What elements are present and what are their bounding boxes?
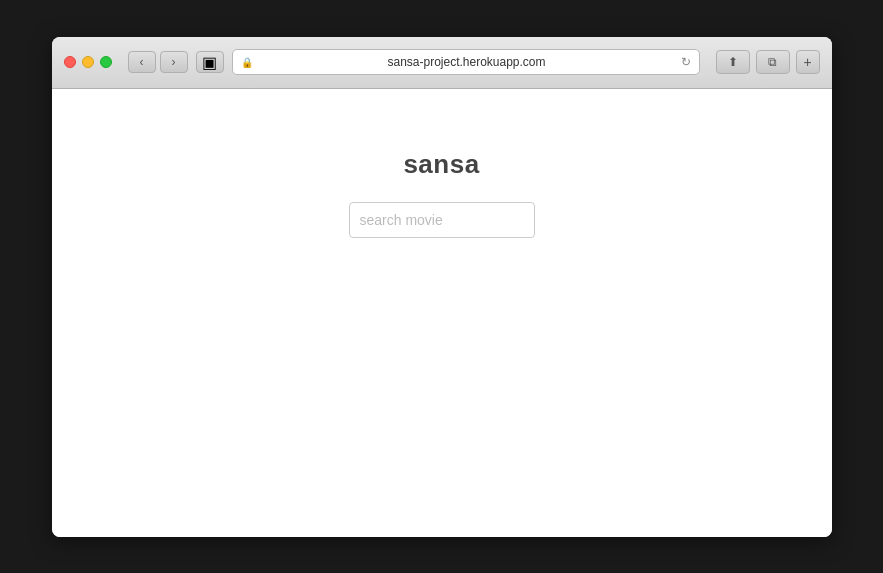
share-icon: ⬆ — [728, 55, 738, 69]
app-title: sansa — [403, 149, 479, 180]
back-button[interactable]: ‹ — [128, 51, 156, 73]
reload-button[interactable]: ↻ — [681, 55, 691, 69]
forward-button[interactable]: › — [160, 51, 188, 73]
back-icon: ‹ — [140, 55, 144, 69]
add-tab-button[interactable]: + — [796, 50, 820, 74]
sidebar-button[interactable]: ▣ — [196, 51, 224, 73]
toolbar-right: ⬆ ⧉ + — [716, 50, 820, 74]
close-button[interactable] — [64, 56, 76, 68]
share-button[interactable]: ⬆ — [716, 50, 750, 74]
address-text: sansa-project.herokuapp.com — [257, 55, 677, 69]
add-tab-icon: + — [803, 54, 811, 70]
address-bar[interactable]: 🔒 sansa-project.herokuapp.com ↻ — [232, 49, 700, 75]
nav-buttons: ‹ › — [128, 51, 188, 73]
minimize-button[interactable] — [82, 56, 94, 68]
title-bar: ‹ › ▣ 🔒 sansa-project.herokuapp.com ↻ ⬆ … — [52, 37, 832, 89]
tabs-icon: ⧉ — [768, 55, 777, 69]
page-content: sansa — [52, 89, 832, 537]
maximize-button[interactable] — [100, 56, 112, 68]
lock-icon: 🔒 — [241, 57, 253, 68]
browser-window: ‹ › ▣ 🔒 sansa-project.herokuapp.com ↻ ⬆ … — [52, 37, 832, 537]
sidebar-icon: ▣ — [202, 53, 217, 72]
search-input[interactable] — [349, 202, 535, 238]
traffic-lights — [64, 56, 112, 68]
forward-icon: › — [172, 55, 176, 69]
tabs-button[interactable]: ⧉ — [756, 50, 790, 74]
